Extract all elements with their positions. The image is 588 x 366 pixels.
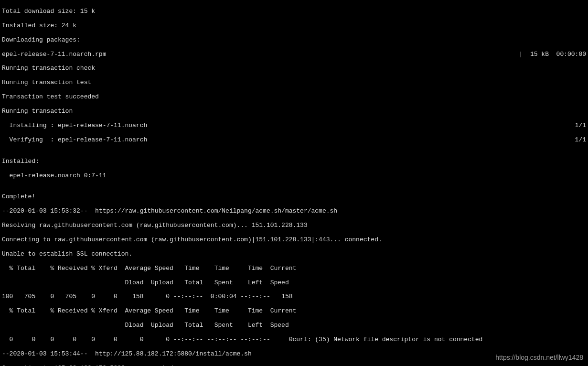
spacer	[147, 122, 575, 129]
output-line: 100 705 0 705 0 0 158 0 --:--:-- 0:00:04…	[2, 293, 586, 301]
spacer	[147, 137, 575, 144]
output-line: Installed size: 24 k	[2, 22, 586, 30]
output-line: --2020-01-03 15:53:32-- https://raw.gith…	[2, 208, 586, 215]
output-line: Dload Upload Total Spent Left Speed	[2, 322, 586, 329]
output-line: epel-release.noarch 0:7-11	[2, 172, 586, 180]
watermark-text: https://blog.csdn.net/llwy1428	[495, 354, 583, 361]
terminal-output: Total download size: 15 k Installed size…	[0, 0, 588, 366]
output-line: Downloading packages:	[2, 37, 586, 44]
install-line: Installing : epel-release-7-11.noarch1/1	[2, 122, 586, 129]
output-line: 0 0 0 0 0 0 0 0 --:--:-- --:--:-- --:--:…	[2, 336, 586, 344]
spacer	[106, 51, 519, 58]
install-count: 1/1	[575, 122, 586, 129]
output-line: Running transaction test	[2, 79, 586, 86]
output-line: Running transaction check	[2, 65, 586, 72]
output-line: Unable to establish SSL connection.	[2, 251, 586, 258]
install-text: Installing : epel-release-7-11.noarch	[2, 122, 147, 129]
download-stats: | 15 kB 00:00:00	[519, 51, 586, 58]
output-line: % Total % Received % Xferd Average Speed…	[2, 265, 586, 272]
output-line: % Total % Received % Xferd Average Speed…	[2, 308, 586, 315]
output-line: Resolving raw.githubusercontent.com (raw…	[2, 222, 586, 229]
output-line: Dload Upload Total Spent Left Speed	[2, 280, 586, 287]
verify-text: Verifying : epel-release-7-11.noarch	[2, 137, 147, 144]
verify-line: Verifying : epel-release-7-11.noarch1/1	[2, 137, 586, 144]
output-line: Running transaction	[2, 108, 586, 115]
package-name: epel-release-7-11.noarch.rpm	[2, 51, 106, 58]
output-line: Installed:	[2, 158, 586, 165]
output-line: Connecting to raw.githubusercontent.com …	[2, 237, 586, 244]
download-line: epel-release-7-11.noarch.rpm| 15 kB 00:0…	[2, 51, 586, 58]
output-line: Total download size: 15 k	[2, 8, 586, 15]
output-line: Transaction test succeeded	[2, 94, 586, 101]
verify-count: 1/1	[575, 137, 586, 144]
output-line: Complete!	[2, 194, 586, 201]
